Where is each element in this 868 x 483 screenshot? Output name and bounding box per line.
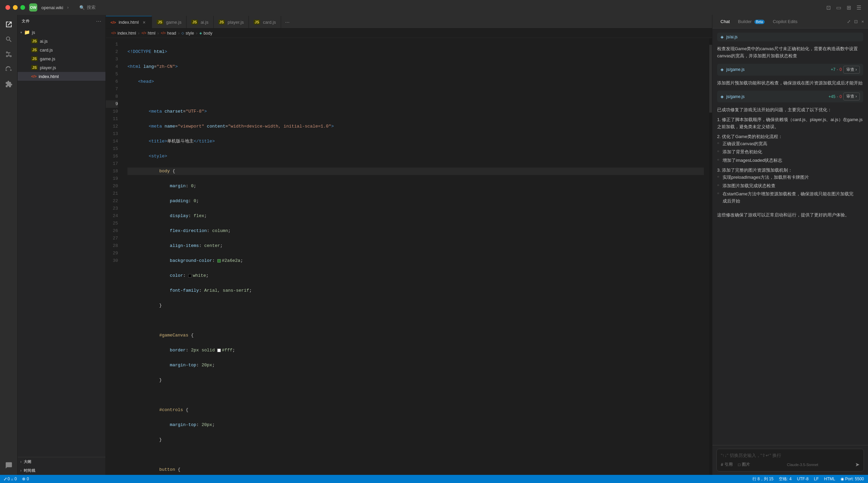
panel-icon[interactable]: ▭ (836, 4, 841, 11)
status-language[interactable]: HTML (824, 476, 835, 482)
list-item-1: 1. 修正了脚本加载顺序，确保依赖项（card.js、player.js、ai.… (717, 116, 863, 131)
js-tab-icon: JS (254, 20, 260, 24)
breadcrumb-body[interactable]: ◈ body (199, 31, 212, 36)
breadcrumb-style[interactable]: ◇ style (181, 31, 194, 36)
js-tab-icon: JS (218, 20, 225, 24)
search-bar[interactable]: 🔍 搜索 (79, 4, 96, 11)
status-port[interactable]: ◉ Port: 5500 (841, 476, 864, 482)
chevron-down-icon: ▾ (20, 31, 22, 34)
status-branch[interactable]: ⑇ 0 △ 0 (4, 477, 17, 481)
line-numbers: 12345 678910 1112131415 1617181920 21222… (106, 38, 122, 475)
breadcrumb-head[interactable]: </> head (161, 31, 176, 36)
status-line-endings[interactable]: LF (814, 476, 819, 482)
tab-card-js[interactable]: JS card.js (249, 16, 281, 28)
layout-icon[interactable]: ⊞ (847, 4, 851, 11)
breadcrumb-file[interactable]: </> index.html (111, 31, 136, 36)
maximize-button[interactable] (20, 5, 25, 10)
chat-ref-button[interactable]: # 引用 (721, 462, 733, 467)
html-bc-icon: </> (161, 31, 165, 35)
main-layout: 文件 ⋯ ▾ 📁 js JS ai.js JS card.js JS gam (0, 15, 868, 475)
folder-js[interactable]: ▾ 📁 js (18, 28, 105, 37)
activity-debug[interactable] (2, 62, 16, 76)
titlebar: OW openai.wiki › 🔍 搜索 ⊡ ▭ ⊞ ☰ (0, 0, 868, 15)
review-button[interactable]: 审查 › (843, 66, 860, 74)
tab-player-js[interactable]: JS player.js (214, 16, 249, 28)
breadcrumb-sep: › (157, 31, 159, 36)
chat-message-3: 已成功修复了游戏无法开始的问题，主要完成了以下优化： 1. 修正了脚本加载顺序，… (717, 107, 863, 208)
status-position[interactable]: 行 8，列 15 (752, 476, 774, 482)
activity-source-control[interactable] (2, 47, 16, 61)
chat-header: Chat Builder Beta Copilot Edits ⤢ ⊡ × (712, 15, 868, 28)
list-item-2: 2. 优化了Game类的初始化流程： 正确设置canvas的宽高 添加了背景色初… (717, 133, 863, 164)
chevron-right-icon: › (20, 460, 22, 464)
file-player-js[interactable]: JS player.js (18, 63, 105, 72)
chat-tab-builder[interactable]: Builder Beta (735, 17, 767, 26)
file-ai-js[interactable]: JS ai.js (18, 37, 105, 45)
filename: game.js (40, 56, 55, 61)
close-button[interactable] (5, 5, 10, 10)
chat-input-footer: # 引用 □ 图片 Claude-3.5-Sonnet ➤ (721, 461, 860, 468)
search-placeholder: 搜索 (87, 4, 96, 11)
chat-message-2: 添加图片预加载功能和状态检查，确保游戏在图片资源加载完成后才能开始 (717, 80, 863, 87)
chat-header-icons: ⤢ ⊡ × (847, 19, 864, 24)
minimap-thumb (709, 45, 712, 113)
breadcrumb: </> index.html › </> html › </> head › ◇… (106, 28, 712, 38)
file-index-html[interactable]: </> index.html (18, 72, 105, 81)
code-content[interactable]: <!DOCTYPE html> <html lang="zh-CN"> <hea… (122, 38, 709, 475)
close-icon[interactable]: × (861, 19, 864, 24)
js-tab-icon: JS (191, 20, 198, 24)
activity-search[interactable] (2, 33, 16, 46)
expand-icon[interactable]: ⤢ (847, 19, 851, 24)
sidebar-filter-icon[interactable]: ⋯ (96, 18, 101, 24)
minimize-button[interactable] (13, 5, 18, 10)
status-encoding[interactable]: UTF-8 (797, 476, 809, 482)
filename: card.js (40, 47, 53, 53)
code-editor[interactable]: 12345 678910 1112131415 1617181920 21222… (106, 38, 712, 475)
chat-img-button[interactable]: □ 图片 (738, 462, 750, 467)
split-editor-icon[interactable]: ⊡ (826, 4, 831, 11)
review-button[interactable]: 审查 › (843, 93, 860, 100)
chat-input-box[interactable]: "↑↓" 切换历史输入，"⇧↵" 换行 # 引用 □ 图片 Claude-3.5… (716, 449, 864, 471)
chat-content[interactable]: ◈ js/ai.js 检查发现Game类中的canvas尺寸未正确初始化，需要在… (712, 28, 868, 445)
status-spaces[interactable]: 空格: 4 (779, 476, 791, 482)
outline-label: 大纲 (24, 459, 32, 464)
chat-message-1: 检查发现Game类中的canvas尺寸未正确初始化，需要在构造函数中设置canv… (717, 45, 863, 60)
html-bc-icon: </> (111, 31, 116, 35)
activity-bar (0, 15, 18, 475)
bullet-item: 添加了背景色初始化 (723, 149, 863, 156)
sidebar-title: 文件 (22, 19, 29, 24)
breadcrumb-sep: › (138, 31, 139, 36)
activity-explorer[interactable] (2, 18, 16, 31)
image-icon: □ (738, 462, 741, 467)
tab-close-icon[interactable]: × (141, 20, 147, 25)
activity-extensions[interactable] (2, 77, 16, 91)
chat-tab-chat[interactable]: Chat (716, 17, 734, 26)
tab-bar: </> index.html × JS game.js JS ai.js JS … (106, 15, 712, 28)
timeline-section[interactable]: › 时间线 (18, 466, 105, 475)
file-game-js[interactable]: JS game.js (18, 54, 105, 63)
outline-section[interactable]: › 大纲 (18, 457, 105, 466)
js-file-icon: JS (31, 39, 38, 43)
popout-icon[interactable]: ⊡ (854, 19, 858, 24)
tab-label: card.js (263, 20, 276, 25)
app-title: openai.wiki (41, 5, 63, 10)
tab-ai-js[interactable]: JS ai.js (186, 16, 214, 28)
item-number: 2. (717, 134, 722, 139)
tab-game-js[interactable]: JS game.js (152, 16, 186, 28)
minimap[interactable] (709, 38, 712, 475)
status-errors[interactable]: ⊗ 0 (22, 477, 29, 481)
activity-chat[interactable] (2, 459, 16, 472)
settings-icon[interactable]: ☰ (856, 4, 861, 11)
app-icon: OW (29, 3, 37, 12)
chat-tab-copilot[interactable]: Copilot Edits (769, 17, 802, 26)
tab-more[interactable]: ⋯ (281, 16, 294, 28)
img-label: 图片 (742, 462, 750, 467)
folder-name: js (32, 30, 35, 35)
chat-send-button[interactable]: ➤ (855, 461, 860, 468)
bullet-item: 正确设置canvas的宽高 (723, 140, 863, 148)
bullet-item: 增加了imagesLoaded状态标志 (723, 157, 863, 164)
status-right: 行 8，列 15 空格: 4 UTF-8 LF HTML ◉ Port: 550… (752, 476, 864, 482)
breadcrumb-html[interactable]: </> html (141, 31, 155, 36)
file-card-js[interactable]: JS card.js (18, 45, 105, 54)
tab-index-html[interactable]: </> index.html × (106, 16, 152, 28)
